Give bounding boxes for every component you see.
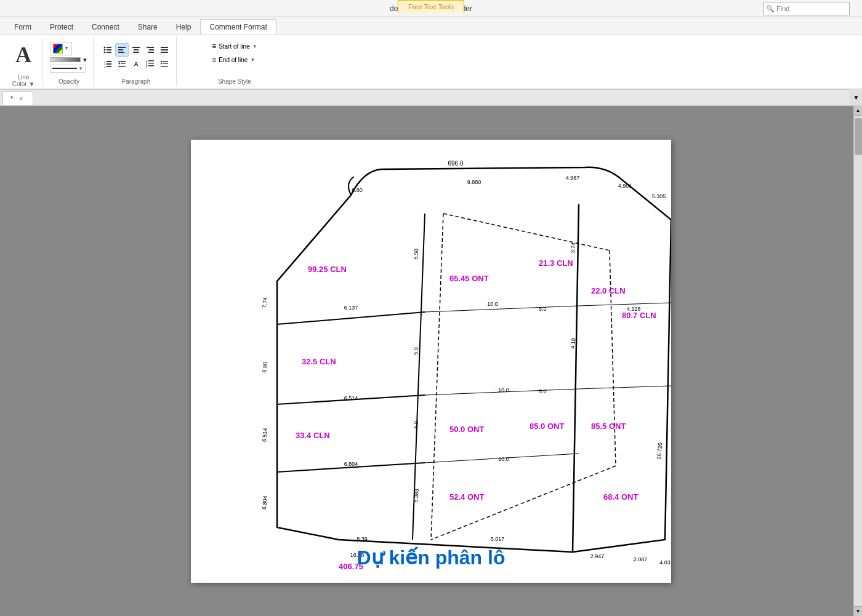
dim-v3: 5.0 — [413, 420, 419, 428]
svg-rect-30 — [148, 65, 154, 66]
dim-top-r3: 5.305 — [652, 193, 666, 199]
dim-r3: 5.0 — [539, 388, 547, 394]
parcel-label-12: 68.4 ONT — [603, 492, 638, 502]
svg-rect-14 — [148, 52, 154, 53]
find-bar: 🔍 — [763, 0, 850, 17]
tab-protect[interactable]: Protect — [41, 19, 83, 34]
dim-top-r1: 4.967 — [566, 175, 580, 181]
parcel-label-4: 22.0 CLN — [591, 286, 626, 295]
svg-text:3.: 3. — [104, 65, 106, 68]
svg-rect-10 — [134, 49, 139, 50]
parcel-label-9: 85.0 ONT — [530, 422, 564, 431]
paragraph-label: Paragraph — [122, 76, 151, 85]
dim-left-3: 6.514 — [261, 428, 268, 442]
dim-r2: 4.228 — [627, 306, 641, 312]
line-spacing-btn[interactable] — [143, 57, 157, 71]
vertical-scrollbar[interactable]: ▲ ▼ — [853, 106, 862, 616]
scrollbar-thumb[interactable] — [855, 118, 862, 155]
tab-label: * — [10, 95, 13, 102]
start-line-icon: ≡ — [212, 42, 216, 50]
numbered-list-btn[interactable]: 1.2.3. — [101, 57, 115, 71]
svg-rect-5 — [107, 52, 111, 53]
svg-rect-11 — [133, 52, 139, 53]
free-text-tools-tab[interactable]: Free Text Tools — [398, 0, 464, 13]
end-line-icon: ≡ — [212, 55, 216, 64]
dim-r1: 5.0 — [539, 306, 547, 312]
start-of-line-btn[interactable]: ≡ Start of line ▼ — [209, 41, 260, 52]
line-dropdown-arrow: ▼ — [78, 66, 83, 71]
svg-rect-26 — [121, 63, 126, 64]
dim-top-mid: 9.880 — [467, 179, 481, 185]
diagram-title: Dự kiến phân lô — [357, 546, 506, 569]
svg-rect-34 — [163, 63, 168, 64]
dim-h2: 10.0 — [487, 301, 498, 307]
line-style-button[interactable]: ▼ — [50, 65, 86, 73]
search-input[interactable] — [763, 2, 850, 15]
dim-left-4: 6.804 — [261, 495, 268, 510]
dim-left-2: 6.80 — [261, 361, 268, 372]
decrease-indent-btn[interactable] — [115, 57, 129, 71]
paragraph-buttons: 1.2.3. A — [101, 43, 171, 71]
parcel-label-5: 80.7 CLN — [622, 311, 656, 320]
dim-v6: 4.18 — [570, 337, 576, 348]
svg-rect-3 — [107, 49, 111, 50]
end-of-line-btn[interactable]: ≡ End of line ▼ — [209, 54, 257, 65]
svg-rect-23 — [107, 66, 111, 67]
pdf-page: 99.25 CLN 65.45 ONT 21.3 CLN 22.0 CLN 80… — [191, 140, 671, 583]
search-icon: 🔍 — [766, 5, 775, 13]
dim-h5: 10.0 — [498, 456, 509, 462]
svg-marker-31 — [147, 60, 148, 68]
svg-rect-36 — [191, 140, 671, 583]
title-bar: done.pdf * - Foxit Reader Free Text Tool… — [0, 0, 862, 17]
tab-form[interactable]: Form — [5, 19, 41, 34]
parcel-label-1: 99.25 CLN — [308, 265, 347, 274]
text-format-label: LineColor ▼ — [12, 71, 35, 87]
align-right-btn[interactable] — [143, 43, 157, 57]
color-palette-button[interactable]: ▼ — [50, 42, 72, 55]
dim-v5: 3.74 — [570, 242, 576, 253]
dim-top: 696.0 — [448, 160, 463, 167]
char-spacing-btn[interactable]: A — [129, 57, 143, 71]
dim-v4: 5.383 — [413, 488, 420, 502]
tab-help[interactable]: Help — [167, 19, 201, 34]
dim-b2: 2.087 — [634, 556, 648, 562]
svg-rect-16 — [161, 49, 168, 50]
tab-close-button[interactable]: × — [17, 94, 25, 103]
svg-rect-8 — [118, 52, 124, 53]
scrollbar-down-btn[interactable]: ▼ — [854, 606, 863, 616]
svg-rect-7 — [118, 49, 123, 50]
tab-dropdown-btn[interactable]: ▼ — [850, 89, 862, 105]
tab-share[interactable]: Share — [129, 19, 167, 34]
opacity-group: ▼ ▼ ▼ Opacity — [45, 37, 94, 86]
parcel-label-11: 52.4 ONT — [449, 492, 484, 502]
dim-top-left: 6.80 — [352, 187, 363, 193]
svg-point-2 — [103, 49, 105, 51]
list-bullet-btn[interactable] — [101, 43, 115, 57]
svg-rect-21 — [107, 63, 111, 65]
svg-rect-24 — [118, 61, 126, 62]
tab-comment-format[interactable]: Comment Format — [200, 19, 276, 34]
increase-indent-btn[interactable] — [158, 57, 171, 71]
opacity-control: ▼ — [50, 57, 88, 63]
dim-b3: 4.03 — [659, 559, 671, 566]
start-line-arrow: ▼ — [252, 44, 257, 49]
end-of-line-label: End of line — [219, 57, 248, 63]
dim-h7: 8.39 — [356, 536, 368, 542]
dim-h3: 10.0 — [498, 387, 509, 393]
tab-connect[interactable]: Connect — [83, 19, 129, 34]
svg-rect-28 — [148, 60, 154, 62]
tab-bar: * × ▼ — [0, 90, 862, 106]
document-tab[interactable]: * × — [2, 91, 33, 105]
dim-top-r2: 4.901 — [618, 183, 632, 189]
justify-btn[interactable] — [158, 43, 171, 57]
color-dropdown-arrow: ▼ — [64, 46, 69, 51]
paragraph-group: 1.2.3. A Paragraph — [96, 37, 177, 86]
tab-dropdown-arrow: ▼ — [853, 94, 860, 101]
scrollbar-up-btn[interactable]: ▲ — [854, 106, 863, 116]
dim-h4: 6.514 — [344, 395, 358, 401]
align-center-btn[interactable] — [129, 43, 143, 57]
svg-rect-12 — [147, 47, 154, 48]
start-of-line-label: Start of line — [219, 43, 250, 50]
align-left-btn[interactable] — [115, 43, 129, 57]
text-a-button[interactable]: A — [10, 38, 37, 71]
